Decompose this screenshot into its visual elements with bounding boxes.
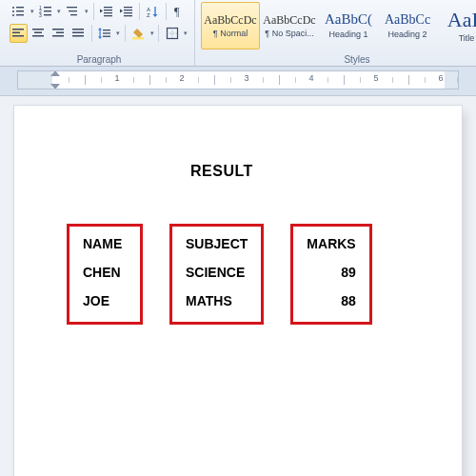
svg-marker-44 (98, 37, 102, 40)
svg-rect-18 (104, 15, 112, 16)
style-item-heading-1[interactable]: AaBbC(Heading 1 (319, 2, 378, 50)
style-name-label: Title (459, 33, 475, 43)
numbering-button[interactable]: 123 (37, 2, 55, 21)
style-preview: AaB (447, 10, 476, 30)
svg-rect-32 (12, 35, 24, 37)
styles-gallery[interactable]: AaBbCcDc¶ NormalAaBbCcDc¶ No Spaci...AaB… (201, 2, 476, 50)
shading-button[interactable] (129, 24, 148, 43)
group-paragraph: ▾ 123 ▾ ▾ AZ ¶ ▾ (4, 0, 195, 66)
svg-rect-47 (103, 36, 110, 37)
align-center-button[interactable] (30, 24, 48, 43)
page[interactable]: RESULT NAMECHENJOESUBJECTSCIENCEMATHSMAR… (14, 106, 462, 476)
svg-rect-33 (32, 29, 44, 30)
line-spacing-dropdown[interactable]: ▾ (115, 25, 121, 42)
svg-point-4 (12, 14, 14, 16)
svg-rect-16 (104, 10, 112, 10)
group-label-styles: Styles (201, 53, 476, 65)
style-preview: AaBbC( (325, 12, 372, 27)
separator (139, 3, 140, 20)
svg-rect-1 (16, 7, 24, 8)
svg-rect-9 (44, 10, 51, 11)
cell: MATHS (186, 293, 248, 308)
svg-text:3: 3 (39, 12, 42, 18)
first-line-indent-marker[interactable] (50, 70, 60, 76)
svg-rect-40 (72, 32, 84, 34)
style-item-heading-2[interactable]: AaBbCcHeading 2 (378, 2, 437, 50)
svg-text:Z: Z (147, 12, 150, 18)
cell: 89 (307, 265, 355, 280)
svg-rect-5 (16, 14, 24, 15)
sort-button[interactable]: AZ (144, 2, 162, 21)
style-item--normal[interactable]: AaBbCcDc¶ Normal (201, 2, 260, 50)
ruler-number: 1 (114, 73, 119, 83)
style-name-label: ¶ No Spaci... (265, 29, 313, 38)
svg-rect-46 (103, 32, 110, 33)
column-name: NAMECHENJOE (67, 224, 143, 325)
svg-text:¶: ¶ (174, 5, 180, 18)
cell: SCIENCE (186, 265, 248, 280)
svg-rect-15 (104, 7, 112, 8)
column-header: MARKS (307, 236, 355, 251)
align-left-button[interactable] (10, 24, 28, 43)
align-right-button[interactable] (50, 24, 68, 43)
svg-rect-45 (103, 30, 110, 30)
increase-indent-button[interactable] (117, 2, 135, 21)
svg-rect-41 (72, 35, 84, 37)
ruler-number: 4 (308, 73, 313, 83)
ribbon: ▾ 123 ▾ ▾ AZ ¶ ▾ (0, 0, 476, 67)
columns-container: NAMECHENJOESUBJECTSCIENCEMATHSMARKS8988 (67, 224, 424, 325)
style-preview: AaBbCcDc (263, 14, 315, 26)
cell: 88 (307, 293, 355, 308)
bullets-button[interactable] (10, 2, 28, 21)
ruler-number: 6 (438, 73, 443, 83)
bullets-dropdown[interactable]: ▾ (30, 3, 35, 20)
hanging-indent-marker[interactable] (50, 84, 60, 89)
svg-rect-23 (124, 15, 132, 16)
cell: CHEN (83, 265, 127, 280)
numbering-dropdown[interactable]: ▾ (56, 3, 62, 20)
document-workspace: RESULT NAMECHENJOESUBJECTSCIENCEMATHSMAR… (0, 96, 476, 476)
style-name-label: Heading 2 (387, 30, 426, 39)
ruler-number: 2 (179, 73, 184, 83)
svg-rect-17 (104, 12, 112, 13)
svg-rect-14 (70, 14, 77, 15)
multilevel-dropdown[interactable]: ▾ (84, 3, 89, 20)
svg-rect-20 (124, 7, 132, 8)
ruler-number: 5 (373, 73, 378, 83)
style-item--no-spaci-[interactable]: AaBbCcDc¶ No Spaci... (260, 2, 319, 50)
svg-rect-37 (56, 32, 64, 34)
svg-rect-30 (12, 29, 24, 30)
separator (166, 3, 167, 20)
style-item-title[interactable]: AaBTitle (437, 2, 476, 50)
shading-dropdown[interactable]: ▾ (149, 25, 155, 42)
multilevel-list-button[interactable] (64, 2, 82, 21)
decrease-indent-button[interactable] (97, 2, 115, 21)
ruler-area: 123456 (0, 67, 476, 96)
document-title: RESULT (190, 163, 424, 180)
svg-marker-19 (100, 10, 103, 13)
svg-point-2 (12, 10, 14, 12)
svg-rect-38 (52, 35, 64, 37)
horizontal-ruler[interactable]: 123456 (17, 70, 459, 89)
svg-rect-39 (72, 29, 84, 30)
separator (125, 25, 126, 42)
svg-rect-35 (32, 35, 44, 37)
borders-dropdown[interactable]: ▾ (183, 25, 188, 42)
svg-rect-13 (69, 10, 77, 11)
svg-rect-48 (132, 37, 144, 40)
column-header: SUBJECT (186, 236, 248, 251)
svg-rect-12 (67, 7, 77, 8)
justify-button[interactable] (69, 24, 88, 43)
borders-button[interactable] (163, 24, 181, 43)
cell: JOE (83, 293, 127, 308)
line-spacing-button[interactable] (96, 24, 114, 43)
show-marks-button[interactable]: ¶ (170, 2, 188, 21)
ruler-left-margin (18, 71, 52, 89)
style-name-label: Heading 1 (328, 30, 367, 39)
separator (91, 25, 92, 42)
column-marks: MARKS8988 (290, 224, 371, 325)
group-styles: AaBbCcDc¶ NormalAaBbCcDc¶ No Spaci...AaB… (195, 0, 476, 66)
svg-point-0 (12, 7, 14, 9)
svg-marker-24 (120, 10, 123, 13)
style-preview: AaBbCcDc (204, 14, 256, 26)
